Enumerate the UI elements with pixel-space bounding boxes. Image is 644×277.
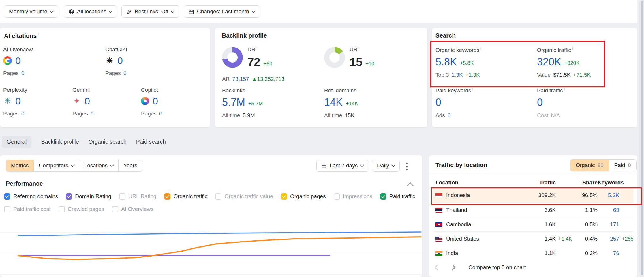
info-icon[interactable]: i xyxy=(480,46,481,51)
organic-traffic-value-link[interactable]: 320K xyxy=(537,57,561,67)
chevron-down-icon xyxy=(50,9,54,13)
ar-value-link[interactable]: 73,157 xyxy=(232,76,249,82)
keywords-link[interactable]: 69 xyxy=(613,207,619,213)
ai-overview-count-link[interactable]: 0 xyxy=(15,56,21,65)
perplexity-pages-link[interactable]: 0 xyxy=(21,111,25,117)
changes-filter[interactable]: Changes: Last month xyxy=(184,5,260,18)
best-links-filter[interactable]: Best links: Off xyxy=(121,5,179,18)
checkbox-crawled-pages[interactable]: Crawled pages xyxy=(59,206,104,212)
metric-checkbox-row-2: Paid traffic cost Crawled pages AI Overv… xyxy=(4,206,153,212)
chart-mode-segments: Metrics Competitors Locations Years xyxy=(6,160,142,172)
locations-filter[interactable]: All locations xyxy=(64,5,117,18)
tab-backlink-profile[interactable]: Backlink profile xyxy=(41,136,79,148)
traffic-change: +1.4K xyxy=(558,236,572,242)
info-icon[interactable]: i xyxy=(572,46,573,51)
perplexity-metric: Perplexity ✳0 Pages0 xyxy=(3,87,27,117)
keywords-link[interactable]: 5.2K xyxy=(608,192,619,198)
checkbox-organic-traffic[interactable]: Organic traffic xyxy=(164,193,207,200)
granularity-label: Daily xyxy=(377,162,389,169)
segment-metrics[interactable]: Metrics xyxy=(6,160,34,172)
previous-page-chevron-icon[interactable] xyxy=(435,265,440,270)
monthly-volume-filter[interactable]: Monthly volume xyxy=(4,5,58,18)
segment-competitors[interactable]: Competitors xyxy=(33,160,79,172)
checkbox-organic-pages[interactable]: Organic pages xyxy=(281,193,326,200)
cambodia-flag-icon xyxy=(435,222,442,227)
info-icon[interactable]: i xyxy=(358,87,358,91)
ur-metric: URi 15+10 xyxy=(350,46,374,68)
toggle-organic[interactable]: Organic90 xyxy=(570,160,609,171)
tab-organic-search[interactable]: Organic search xyxy=(89,136,127,148)
organic-traffic-change: +320K xyxy=(564,60,580,67)
checkbox-box xyxy=(4,206,10,212)
divider xyxy=(429,175,637,175)
info-icon[interactable]: i xyxy=(38,32,39,36)
copilot-pages-link[interactable]: 0 xyxy=(159,111,162,117)
checkbox-paid-traffic[interactable]: Paid traffic xyxy=(380,193,415,200)
table-row-thailand[interactable]: Thailand 3.6K 1.1% 69 xyxy=(433,203,633,217)
best-links-label: Best links: Off xyxy=(135,8,168,15)
more-options-kebab-icon[interactable] xyxy=(403,163,410,170)
table-row-india[interactable]: India 1.1K 0.3% 76 xyxy=(433,246,633,261)
paid-traffic-value-link[interactable]: 0 xyxy=(537,97,543,108)
ai-overview-pages-link[interactable]: 0 xyxy=(21,70,25,76)
checkbox-url-rating[interactable]: URL Rating xyxy=(119,193,157,200)
checkbox-referring-domains[interactable]: Referring domains xyxy=(4,193,58,200)
checkbox-organic-traffic-value[interactable]: Organic traffic value xyxy=(215,193,273,200)
gemini-pages-link[interactable]: 0 xyxy=(91,111,94,117)
keywords-link[interactable]: 171 xyxy=(610,221,619,227)
dr-metric: DRi 72+60 xyxy=(247,46,272,68)
date-range-button[interactable]: Last 7 days xyxy=(316,160,368,172)
locations-filter-label: All locations xyxy=(77,8,106,15)
tab-general[interactable]: General xyxy=(2,136,31,148)
calendar-icon xyxy=(321,163,327,169)
table-row-cambodia[interactable]: Cambodia 1.6K 0.5% 171 xyxy=(433,217,633,232)
info-icon[interactable]: i xyxy=(256,46,257,50)
info-icon[interactable]: i xyxy=(246,87,247,91)
segment-years[interactable]: Years xyxy=(118,160,142,172)
ur-donut-chart xyxy=(324,47,345,68)
traffic-by-location-title: Traffic by location xyxy=(435,162,487,169)
copilot-count-link[interactable]: 0 xyxy=(153,96,158,106)
backlinks-value-link[interactable]: 5.7M xyxy=(222,97,245,108)
backlinks-metric: Backlinksi 5.7M+5.7M All time5.9M xyxy=(222,87,263,119)
column-share: Share xyxy=(556,179,598,186)
search-title: Search xyxy=(435,32,456,39)
keywords-link[interactable]: 76 xyxy=(613,250,619,256)
ref-domains-value-link[interactable]: 14K xyxy=(324,97,343,108)
thailand-flag-icon xyxy=(435,208,442,213)
info-icon[interactable]: i xyxy=(564,87,565,91)
checkbox-paid-traffic-cost[interactable]: Paid traffic cost xyxy=(4,206,51,212)
chatgpt-pages-link[interactable]: 0 xyxy=(123,70,127,76)
gemini-count-link[interactable]: 0 xyxy=(85,96,90,106)
segment-locations[interactable]: Locations xyxy=(79,160,119,172)
info-icon[interactable]: i xyxy=(472,87,473,91)
performance-line-chart[interactable] xyxy=(0,225,422,277)
next-page-chevron-icon[interactable] xyxy=(450,265,455,270)
indonesia-flag-icon xyxy=(435,193,442,198)
report-tabs: General Backlink profile Organic search … xyxy=(2,136,166,148)
toggle-paid[interactable]: Paid0 xyxy=(609,160,636,171)
tab-paid-search[interactable]: Paid search xyxy=(136,136,166,148)
ar-change: ▲13,252,713 xyxy=(252,76,285,82)
scrollbar-thumb[interactable] xyxy=(641,1,643,275)
table-row-indonesia[interactable]: Indonesia 309.2K 96.5% 5.2K xyxy=(433,188,633,203)
ai-citations-card: AI citationsi AI Overview 0 Pages0 ChatG… xyxy=(0,28,210,127)
chatgpt-count-link[interactable]: 0 xyxy=(117,56,123,65)
chevron-down-icon xyxy=(360,163,364,167)
compare-top5-link[interactable]: Compare top 5 on chart xyxy=(468,264,526,271)
granularity-button[interactable]: Daily xyxy=(372,160,400,172)
checkbox-domain-rating[interactable]: Domain Rating xyxy=(66,193,111,200)
table-row-united-states[interactable]: United States 1.4K+1.4K 0.4% 257+255 xyxy=(433,231,633,246)
ai-citations-title: AI citationsi xyxy=(4,32,39,39)
organic-keywords-value-link[interactable]: 5.8K xyxy=(435,57,457,67)
ads-value-link[interactable]: 0 xyxy=(448,112,451,119)
checkbox-ai-overviews[interactable]: AI Overviews xyxy=(112,206,153,212)
info-icon[interactable]: i xyxy=(358,46,359,50)
vertical-scrollbar[interactable] xyxy=(640,0,644,277)
paid-keywords-value-link[interactable]: 0 xyxy=(435,97,441,108)
keywords-link[interactable]: 257 xyxy=(610,236,619,242)
top3-value-link[interactable]: 1.3K xyxy=(451,72,463,78)
checkbox-impressions[interactable]: Impressions xyxy=(334,193,372,200)
collapse-chevron-up-icon[interactable] xyxy=(407,182,414,189)
perplexity-count-link[interactable]: 0 xyxy=(15,96,21,106)
